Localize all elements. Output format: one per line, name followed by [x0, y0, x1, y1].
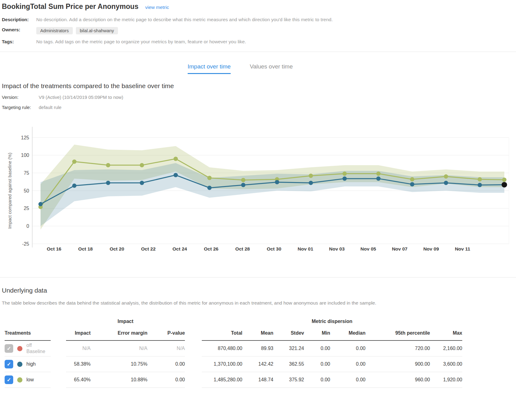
table-cell: N/A — [91, 341, 147, 356]
tags-label: Tags: — [2, 39, 36, 44]
x-tick-label: Nov 07 — [392, 246, 408, 251]
impact-chart: 1251007550250-25Oct 16Oct 18Oct 20Oct 22… — [0, 119, 516, 256]
owner-chip: bilal.al-shahwany — [76, 27, 118, 34]
section-divider — [0, 52, 516, 52]
y-tick-label: 125 — [21, 135, 29, 140]
column-header: Max — [430, 329, 462, 341]
version-row: Version: V9 (Active) (10/14/2019 05:09PM… — [0, 95, 516, 100]
table-cell: 3,600.00 — [430, 356, 462, 372]
treatment-color-dot — [17, 362, 22, 367]
treatment-label: high — [26, 361, 36, 367]
x-tick-label: Oct 20 — [110, 246, 124, 251]
targeting-rule-row: Targeting rule: default rule — [0, 105, 516, 110]
owners-label: Owners: — [2, 27, 36, 32]
data-point-low — [174, 157, 178, 161]
treatment-row-low: ✓low — [5, 372, 51, 388]
treatment-checkbox[interactable]: ✓ — [5, 344, 13, 353]
treatment-checkbox[interactable]: ✓ — [5, 375, 13, 384]
y-tick-label: 50 — [24, 188, 29, 193]
underlying-data-description: The table below describes the data behin… — [0, 300, 516, 306]
table-cell: 1,485,280.00 — [202, 372, 242, 388]
owner-chips: Administratorsbilal.al-shahwany — [36, 27, 118, 34]
data-point-high — [342, 177, 347, 181]
table-cell: 1,370,100.00 — [202, 356, 242, 372]
x-tick-label: Oct 22 — [141, 246, 155, 251]
table-cell: 0.00 — [330, 356, 366, 372]
x-tick-label: Nov 11 — [455, 246, 470, 251]
column-header: Median — [330, 329, 366, 341]
table-cell: 0.00 — [147, 356, 185, 372]
version-value: V9 (Active) (10/14/2019 05:09PM to now) — [39, 95, 123, 100]
treatment-color-dot — [17, 377, 22, 383]
table-cell: 148.74 — [242, 372, 273, 388]
table-cell: 142.42 — [242, 356, 273, 372]
table-corner — [5, 319, 51, 329]
view-metric-link[interactable]: view metric — [145, 5, 169, 10]
data-point-low — [376, 172, 381, 176]
impact-group-header: Impact — [66, 319, 185, 329]
table-cell: 321.24 — [273, 341, 304, 356]
metric-meta: Description: No description. Add a descr… — [0, 17, 516, 45]
x-tick-label: Nov 09 — [423, 246, 439, 251]
targeting-rule-label: Targeting rule: — [2, 105, 39, 110]
treatment-row-off: ✓offBaseline — [5, 341, 51, 356]
data-point-high — [140, 181, 144, 185]
y-axis-title: Impact compared against baseline (%) — [7, 153, 12, 228]
table-cell: 0.00 — [304, 356, 330, 372]
column-header: Min — [304, 329, 330, 341]
x-tick-label: Oct 28 — [235, 246, 250, 251]
data-point-low — [309, 174, 313, 178]
impact-chart-area: Impact compared against baseline (%) 125… — [0, 119, 516, 256]
table-cell: 2,160.00 — [430, 341, 462, 356]
description-row: Description: No description. Add a descr… — [2, 17, 513, 22]
table-cell: N/A — [147, 341, 185, 356]
owner-chip: Administrators — [36, 27, 73, 34]
table-cell: 870,480.00 — [202, 341, 242, 356]
description-value: No description. Add a description on the… — [36, 17, 333, 22]
data-point-high — [241, 183, 245, 187]
x-tick-label: Oct 30 — [267, 246, 281, 251]
x-tick-label: Oct 24 — [173, 246, 187, 251]
data-point-high — [106, 181, 110, 185]
table-cell: 65.40% — [66, 372, 91, 388]
data-point-high — [174, 173, 178, 177]
treatment-label: low — [26, 377, 34, 383]
table-cell: 900.00 — [366, 356, 430, 372]
x-tick-label: Oct 18 — [78, 246, 93, 251]
data-point-high — [207, 186, 212, 190]
data-point-low — [241, 178, 245, 182]
tab-values-over-time[interactable]: Values over time — [250, 63, 293, 74]
y-tick-label: 100 — [21, 153, 29, 158]
treatment-label: offBaseline — [26, 342, 45, 355]
x-tick-label: Nov 03 — [329, 246, 345, 251]
column-header: Total — [202, 329, 242, 341]
view-tabs: Impact over time Values over time — [0, 63, 498, 74]
underlying-data-table: ImpactMetric dispersionTreatmentsImpactE… — [5, 319, 462, 388]
x-tick-label: Oct 16 — [47, 246, 61, 251]
treatment-checkbox[interactable]: ✓ — [5, 360, 13, 368]
table-cell: 89.93 — [242, 341, 273, 356]
table-cell: 0.00 — [330, 341, 366, 356]
column-header: Stdev — [273, 329, 304, 341]
data-point-high — [275, 180, 279, 184]
data-point-low — [342, 172, 347, 176]
tags-value: No tags. Add tags on the metric page to … — [36, 39, 246, 45]
data-point-high — [38, 202, 43, 206]
table-cell: 362.55 — [273, 356, 304, 372]
x-tick-label: Nov 05 — [361, 246, 376, 251]
data-point-low — [444, 174, 448, 179]
column-header: P-value — [147, 329, 185, 341]
latest-point — [502, 182, 507, 188]
y-tick-label: 25 — [24, 206, 29, 211]
data-point-low — [410, 177, 414, 181]
y-tick-label: -25 — [22, 241, 29, 247]
treatment-row-high: ✓high — [5, 356, 51, 372]
table-cell: 0.00 — [330, 372, 366, 388]
tab-impact-over-time[interactable]: Impact over time — [188, 63, 231, 74]
underlying-data-title: Underlying data — [0, 287, 516, 294]
x-tick-label: Oct 26 — [204, 246, 219, 251]
impact-section-title: Impact of the treatments compared to the… — [0, 82, 516, 90]
data-point-low — [140, 163, 144, 167]
table-cell: N/A — [66, 341, 91, 356]
data-point-high — [444, 181, 448, 185]
